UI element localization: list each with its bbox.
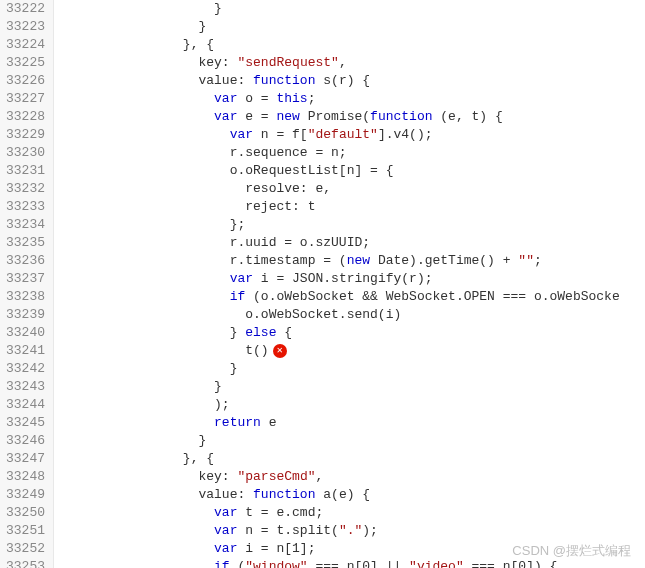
line-number: 33249 [6, 486, 45, 504]
code-line[interactable]: }, { [58, 36, 645, 54]
code-token: if [214, 558, 230, 568]
code-token: value: [198, 72, 253, 90]
code-token: i = n[1]; [237, 540, 315, 558]
code-line[interactable]: ); [58, 396, 645, 414]
code-editor[interactable]: 3322233223332243322533226332273322833229… [0, 0, 645, 568]
code-token: this [276, 90, 307, 108]
code-token: i = JSON.stringify(r); [253, 270, 432, 288]
code-token: reject: t [245, 198, 315, 216]
code-line[interactable]: } else { [58, 324, 645, 342]
code-line[interactable]: } [58, 0, 645, 18]
code-token: "video" [409, 558, 464, 568]
code-token: o.oRequestList[n] = { [230, 162, 394, 180]
code-token: function [253, 486, 315, 504]
code-line[interactable]: if (o.oWebSocket && WebSocket.OPEN === o… [58, 288, 645, 306]
code-line[interactable]: var t = e.cmd; [58, 504, 645, 522]
code-line[interactable]: value: function s(r) { [58, 72, 645, 90]
code-token: } [214, 378, 222, 396]
code-token: t() [245, 342, 268, 360]
line-number: 33225 [6, 54, 45, 72]
watermark: CSDN @摆烂式编程 [512, 542, 631, 560]
line-number: 33245 [6, 414, 45, 432]
code-token: var [214, 90, 237, 108]
line-number: 33241 [6, 342, 45, 360]
line-number: 33250 [6, 504, 45, 522]
code-token: } [214, 0, 222, 18]
code-line[interactable]: var e = new Promise(function (e, t) { [58, 108, 645, 126]
code-line[interactable]: r.uuid = o.szUUID; [58, 234, 645, 252]
code-token: n = t.split( [237, 522, 338, 540]
code-token: , [339, 54, 347, 72]
line-number: 33240 [6, 324, 45, 342]
code-token: resolve: e, [245, 180, 331, 198]
code-line[interactable]: } [58, 18, 645, 36]
line-number: 33230 [6, 144, 45, 162]
code-line[interactable]: } [58, 378, 645, 396]
code-token: ); [214, 396, 230, 414]
code-token: }; [230, 216, 246, 234]
code-line[interactable]: var i = JSON.stringify(r); [58, 270, 645, 288]
code-token: (o.oWebSocket && WebSocket.OPEN === o.oW… [245, 288, 619, 306]
line-number: 33247 [6, 450, 45, 468]
code-token: Promise( [300, 108, 370, 126]
code-token: var [214, 522, 237, 540]
code-token: r.uuid = o.szUUID; [230, 234, 370, 252]
code-token: function [370, 108, 432, 126]
line-number: 33223 [6, 18, 45, 36]
error-icon[interactable]: ✕ [273, 344, 287, 358]
code-line[interactable]: o.oWebSocket.send(i) [58, 306, 645, 324]
code-token: === n[0] || [308, 558, 409, 568]
code-line[interactable]: }, { [58, 450, 645, 468]
code-area[interactable]: } } }, { key: "sendRequest", value: func… [54, 0, 645, 568]
code-line[interactable]: var n = t.split("."); [58, 522, 645, 540]
code-token: } [230, 360, 238, 378]
line-number: 33222 [6, 0, 45, 18]
code-line[interactable]: t()✕ [58, 342, 645, 360]
code-token: var [214, 504, 237, 522]
code-line[interactable]: var o = this; [58, 90, 645, 108]
code-token: { [276, 324, 292, 342]
code-token: var [230, 126, 253, 144]
code-line[interactable]: value: function a(e) { [58, 486, 645, 504]
code-token: "window" [245, 558, 307, 568]
line-number: 33236 [6, 252, 45, 270]
code-token: (e, t) { [433, 108, 503, 126]
code-line[interactable]: } [58, 432, 645, 450]
code-token: key: [198, 54, 237, 72]
line-number: 33248 [6, 468, 45, 486]
code-line[interactable]: }; [58, 216, 645, 234]
code-token: }, { [183, 450, 214, 468]
code-line[interactable]: var n = f["default"].v4(); [58, 126, 645, 144]
code-token: }, { [183, 36, 214, 54]
code-token: if [230, 288, 246, 306]
line-number: 33238 [6, 288, 45, 306]
code-token: e [261, 414, 277, 432]
code-token: new [347, 252, 370, 270]
line-number: 33228 [6, 108, 45, 126]
code-line[interactable]: r.timestamp = (new Date).getTime() + ""; [58, 252, 645, 270]
code-line[interactable]: r.sequence = n; [58, 144, 645, 162]
code-token: } [198, 18, 206, 36]
code-token: return [214, 414, 261, 432]
code-line[interactable]: } [58, 360, 645, 378]
code-line[interactable]: key: "parseCmd", [58, 468, 645, 486]
line-number: 33232 [6, 180, 45, 198]
code-token: n = f[ [253, 126, 308, 144]
line-number: 33233 [6, 198, 45, 216]
code-line[interactable]: o.oRequestList[n] = { [58, 162, 645, 180]
code-token: r.sequence = n; [230, 144, 347, 162]
code-line[interactable]: resolve: e, [58, 180, 645, 198]
code-token: e = [237, 108, 276, 126]
code-token: o.oWebSocket.send(i) [245, 306, 401, 324]
code-line[interactable]: return e [58, 414, 645, 432]
line-number: 33252 [6, 540, 45, 558]
code-token: t = e.cmd; [237, 504, 323, 522]
code-token: var [214, 540, 237, 558]
code-token: ; [308, 90, 316, 108]
code-line[interactable]: reject: t [58, 198, 645, 216]
line-number: 33229 [6, 126, 45, 144]
code-token: var [230, 270, 253, 288]
code-line[interactable]: key: "sendRequest", [58, 54, 645, 72]
code-token: o = [237, 90, 276, 108]
code-token: } [198, 432, 206, 450]
